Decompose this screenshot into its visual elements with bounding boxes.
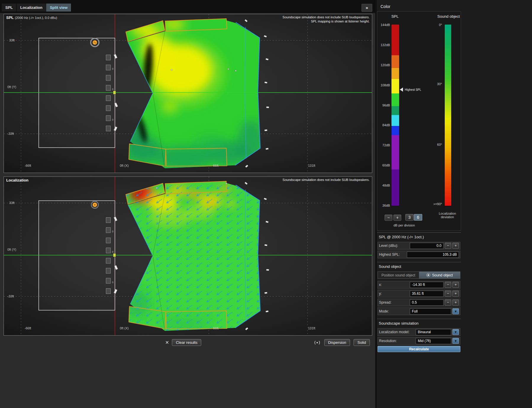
level-decrease-button[interactable]: − xyxy=(445,243,451,249)
spl-scale-tick: 60dB xyxy=(376,163,391,167)
level-increase-button[interactable]: + xyxy=(452,243,459,249)
level-input[interactable]: 0.0 xyxy=(410,243,444,249)
spl-scale-tick: 96dB xyxy=(376,103,391,107)
divider xyxy=(377,232,461,233)
spread-decrease-button[interactable]: − xyxy=(445,299,451,305)
stage-outline xyxy=(39,201,115,310)
object-scale-tick: 30° xyxy=(424,82,442,86)
localization-model-label: Localization model: xyxy=(379,330,415,334)
localization-view-title: Localization xyxy=(6,178,28,182)
clear-results-button[interactable]: Clear results xyxy=(172,339,201,346)
recalculate-button[interactable]: Recalculate xyxy=(378,346,460,352)
resolution-label: Resolution: xyxy=(379,339,415,343)
y-decrease-button[interactable]: − xyxy=(445,291,451,297)
mode-label: Mode: xyxy=(379,309,409,313)
x-increase-button[interactable]: + xyxy=(452,282,459,288)
spread-increase-button[interactable]: + xyxy=(452,299,459,305)
resolution-select[interactable]: Mid (7ft) xyxy=(416,338,451,344)
spl-scale-tick: 48dB xyxy=(376,184,391,187)
db-division-3-button[interactable]: 3 xyxy=(405,214,414,221)
resolution-dropdown-button[interactable]: ▼ xyxy=(452,338,459,344)
divider xyxy=(377,319,461,319)
y-input[interactable]: 35.61 ft xyxy=(410,291,444,297)
spl-frequency-section-title: SPL @ 2000 Hz (-/+ 1oct.) xyxy=(379,235,424,239)
spl-scale-tick: 108dB xyxy=(376,83,391,87)
db-division-increase-button[interactable]: + xyxy=(394,215,401,221)
y-increase-button[interactable]: + xyxy=(452,291,459,297)
tab-spl[interactable]: SPL xyxy=(2,4,17,12)
localization-deviation-label: Localization deviation xyxy=(434,212,460,219)
localization-model-select[interactable]: Binaural xyxy=(416,329,451,335)
highest-spl-value: 105.3 dB xyxy=(407,252,459,258)
dispersion-icon[interactable] xyxy=(314,340,321,345)
spl-view-notes: Soundscape simulation does not include S… xyxy=(283,15,370,23)
listener-marker xyxy=(113,253,116,257)
svg-text:0: 0 xyxy=(112,230,113,233)
highest-spl-marker-label: Highest SPL xyxy=(405,88,421,91)
spl-view-title: SPL(2000 Hz (-/+ 1oct.), 0.0 dBu) xyxy=(6,15,57,20)
x-tick: 131ft xyxy=(308,326,315,330)
sound-object-marker[interactable] xyxy=(91,201,99,208)
y-tick: 0ft (Y) xyxy=(7,248,16,251)
spl-scale-title: SPL xyxy=(388,14,402,19)
x-tick: -66ft xyxy=(25,164,31,167)
spl-scale-tick: 120dB xyxy=(376,63,391,67)
localization-model-dropdown-button[interactable]: ▼ xyxy=(452,329,459,335)
collapse-panel-button[interactable]: » xyxy=(362,4,372,12)
svg-text:0: 0 xyxy=(112,281,113,284)
svg-text:0: 0 xyxy=(112,67,113,70)
spl-scale-tick: 144dB xyxy=(376,23,391,27)
spl-color-scale xyxy=(391,24,399,206)
localization-heatmap: 000 xyxy=(4,177,372,335)
object-scale-tick: >=90° xyxy=(424,202,442,206)
sound-object-option[interactable]: Sound object xyxy=(419,272,460,279)
divider xyxy=(377,262,461,262)
object-scale-tick: 0° xyxy=(424,23,442,27)
spread-label: Spread: xyxy=(379,300,409,305)
object-scale-tick: 60° xyxy=(424,143,442,146)
mode-dropdown-button[interactable]: ▼ xyxy=(452,308,459,314)
resolution-row: Resolution: Mid (7ft) ▼ xyxy=(378,337,460,345)
x-label: x: xyxy=(379,283,409,287)
highest-spl-label: Highest SPL: xyxy=(379,252,406,257)
position-sound-object-option[interactable]: Position sound object xyxy=(378,272,419,279)
x-tick: 66ft xyxy=(213,326,218,330)
x-tick: 131ft xyxy=(308,164,315,167)
spl-heatmap: 000 xyxy=(4,14,372,173)
radio-selected-icon xyxy=(426,273,430,277)
y-tick: -33ft xyxy=(7,294,14,298)
x-decrease-button[interactable]: − xyxy=(445,282,451,288)
svg-text:0: 0 xyxy=(112,250,113,253)
db-division-decrease-button[interactable]: − xyxy=(385,215,392,221)
db-division-6-button[interactable]: 6 xyxy=(414,214,422,221)
sound-object-mode-toggle: Position sound object Sound object xyxy=(378,271,460,279)
x-tick: 0ft (X) xyxy=(120,164,129,167)
tab-localization[interactable]: Localization xyxy=(17,4,46,12)
spl-scale-tick: 72dB xyxy=(376,143,391,147)
solid-button[interactable]: Solid xyxy=(354,339,370,346)
spl-map-view[interactable]: 000 xyxy=(4,14,372,173)
highest-spl-marker-icon xyxy=(400,88,403,92)
x-tick: 66ft xyxy=(213,164,218,167)
spl-scale-tick: 36dB xyxy=(376,204,391,207)
main-region: SPL Localization Split view » xyxy=(0,0,375,408)
spread-input[interactable]: 0.5 xyxy=(410,299,444,306)
y-label: y: xyxy=(379,292,409,296)
sound-object-marker[interactable] xyxy=(91,38,99,47)
dispersion-button[interactable]: Dispersion xyxy=(324,339,350,346)
x-input[interactable]: -14.30 ft xyxy=(410,282,444,288)
stage-outline xyxy=(39,38,115,148)
spread-row: Spread: 0.5 − + xyxy=(378,299,460,306)
sound-object-section-title: Sound object xyxy=(379,264,401,269)
tab-split-view[interactable]: Split view xyxy=(46,4,71,12)
x-tick: 0ft (X) xyxy=(120,326,129,330)
highest-spl-row: Highest SPL: 105.3 dB xyxy=(378,251,460,258)
listener-marker xyxy=(113,91,116,94)
clear-icon[interactable]: ✕ xyxy=(165,340,169,345)
localization-map-view[interactable]: 000 xyxy=(4,177,372,336)
svg-text:0: 0 xyxy=(112,88,113,91)
object-scale-title: Sound object xyxy=(434,14,463,19)
mode-row: Mode: Full ▼ xyxy=(378,307,460,315)
mode-select[interactable]: Full xyxy=(410,308,451,315)
spl-scale-tick: 84dB xyxy=(376,123,391,127)
